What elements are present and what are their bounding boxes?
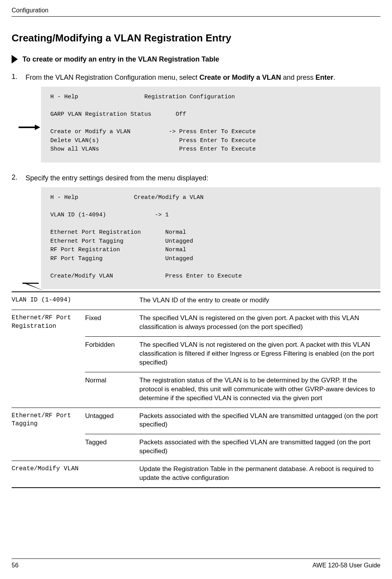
param-description: The specified VLAN is not registered on … [139,336,380,372]
param-description: The specified VLAN is registered on the … [139,310,380,337]
param-option: Untagged [85,408,139,434]
param-description: Update the Registration Table in the per… [139,461,380,488]
svg-marker-2 [35,125,40,130]
table-row: Normal The registration status of the VL… [12,372,380,408]
guide-name: AWE 120-58 User Guide [313,562,380,569]
terminal-output: H - Help Registration Configuration GARP… [41,87,380,163]
table-row: Create/Modify VLAN Update the Registrati… [12,461,380,488]
table-row: Ethernet/RF Port Tagging Untagged Packet… [12,408,380,434]
code-block-2-wrap: H - Help Create/Modify a VLAN VLAN ID (1… [41,187,380,289]
table-row: Tagged Packets associated with the speci… [12,434,380,461]
param-option [85,461,139,488]
section-name: Configuration [12,7,48,14]
param-name: Create/Modify VLAN [12,461,85,488]
step-1: 1. From the VLAN Registration Configurat… [12,73,380,82]
page-title: Creating/Modifying a VLAN Registration E… [12,32,380,44]
param-option: Normal [85,372,139,408]
table-row: VLAN ID (1-4094) The VLAN ID of the entr… [12,292,380,310]
procedure-heading: To create or modify an entry in the VLAN… [12,55,380,63]
param-name: VLAN ID (1-4094) [12,292,85,310]
param-description: The registration status of the VLAN is t… [139,372,380,408]
text-segment: . [333,74,335,81]
step-text: From the VLAN Registration Configuration… [26,73,380,82]
table-row: Ethernet/RF Port Registration Fixed The … [12,310,380,337]
code-block-1-wrap: H - Help Registration Configuration GARP… [41,87,380,163]
bold-term: Create or Modify a VLAN [199,74,281,81]
param-option: Forbidden [85,336,139,372]
step-text: Specify the entry settings desired from … [26,173,380,183]
table-row: Forbidden The specified VLAN is not regi… [12,336,380,372]
step-number: 1. [12,73,19,82]
step-2: 2. Specify the entry settings desired fr… [12,173,380,183]
param-name [12,372,85,408]
param-description: The VLAN ID of the entry to create or mo… [139,292,380,310]
terminal-output: H - Help Create/Modify a VLAN VLAN ID (1… [41,187,380,289]
svg-marker-0 [12,55,18,63]
pointer-arrow-icon [19,125,40,130]
param-option [85,292,139,310]
procedure-heading-text: To create or modify an entry in the VLAN… [22,55,219,63]
text-segment: From the VLAN Registration Configuration… [26,74,199,81]
param-option: Fixed [85,310,139,337]
param-name [12,336,85,372]
param-name: Ethernet/RF Port Tagging [12,408,85,434]
text-segment: and press [281,74,315,81]
svg-rect-1 [19,127,35,128]
param-name [12,434,85,461]
parameter-table: VLAN ID (1-4094) The VLAN ID of the entr… [12,291,380,488]
running-header: Configuration [12,7,380,17]
step-number: 2. [12,173,19,183]
page-footer: 56 AWE 120-58 User Guide [12,558,380,569]
svg-marker-4 [22,283,44,291]
page-number: 56 [12,562,19,569]
param-description: Packets associated with the specified VL… [139,408,380,434]
param-name: Ethernet/RF Port Registration [12,310,85,337]
pointer-arrow-down-icon [22,281,44,293]
param-option: Tagged [85,434,139,461]
arrowhead-right-icon [12,55,18,63]
bold-term: Enter [315,74,333,81]
param-description: Packets associated with the specified VL… [139,434,380,461]
